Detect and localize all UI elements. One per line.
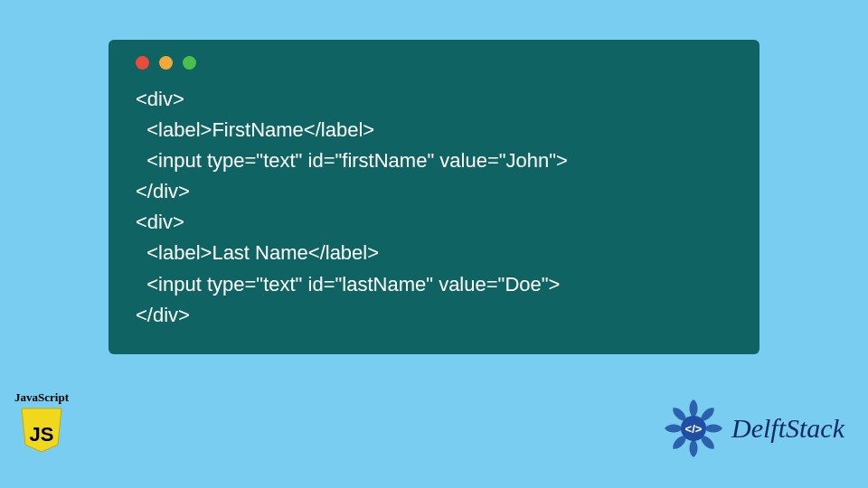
code-line: <label>Last Name</label> xyxy=(136,241,379,264)
close-icon xyxy=(136,56,149,70)
javascript-label: JavaScript xyxy=(9,390,74,405)
code-line: <input type="text" id="lastName" value="… xyxy=(136,273,560,296)
svg-text:</>: </> xyxy=(685,422,703,436)
code-line: </div> xyxy=(136,180,190,202)
js-shield-icon: JS xyxy=(20,407,63,454)
js-letters: JS xyxy=(30,423,54,446)
code-line: <label>FirstName</label> xyxy=(136,118,374,141)
code-line: <div> xyxy=(136,211,184,233)
code-line: <input type="text" id="firstName" value=… xyxy=(136,149,568,172)
javascript-badge: JavaScript JS xyxy=(9,390,74,457)
maximize-icon xyxy=(183,56,196,70)
minimize-icon xyxy=(159,56,173,70)
window-controls xyxy=(130,56,738,70)
delftstack-icon: </> xyxy=(661,396,726,461)
code-line: </div> xyxy=(136,304,190,326)
delftstack-logo: </> DelftStack xyxy=(661,396,844,461)
code-block: <div> <label>FirstName</label> <input ty… xyxy=(130,84,738,331)
code-window: <div> <label>FirstName</label> <input ty… xyxy=(108,40,760,354)
delftstack-text: DelftStack xyxy=(731,413,844,444)
code-line: <div> xyxy=(136,88,184,110)
